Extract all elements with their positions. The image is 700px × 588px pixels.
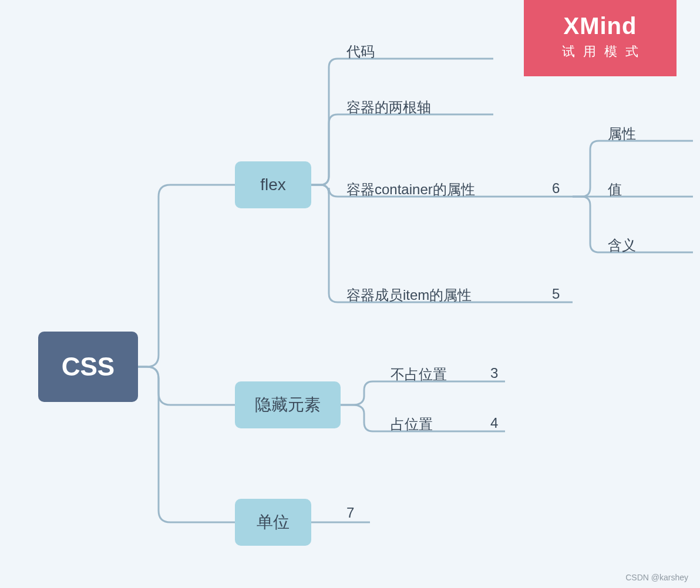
leaf-attr[interactable]: 属性 [608, 124, 636, 143]
leaf-occupy-count: 4 [490, 415, 498, 431]
leaf-no-occupy-count: 3 [490, 365, 498, 381]
watermark-brand: XMind [524, 13, 677, 39]
topic-hide-label: 隐藏元素 [255, 394, 321, 416]
leaf-value[interactable]: 值 [608, 180, 622, 199]
leaf-code[interactable]: 代码 [346, 42, 375, 61]
leaf-item-count: 5 [552, 286, 560, 302]
mindmap-canvas: { "watermark":{"brand":"XMind","mode":"试… [0, 0, 700, 588]
leaf-no-occupy[interactable]: 不占位置 [391, 365, 447, 384]
leaf-meaning[interactable]: 含义 [608, 236, 636, 255]
topic-hide-element[interactable]: 隐藏元素 [235, 381, 341, 428]
leaf-axes[interactable]: 容器的两根轴 [346, 98, 431, 117]
leaf-occupy[interactable]: 占位置 [391, 415, 433, 434]
credit-text: CSDN @karshey [625, 573, 688, 582]
topic-unit[interactable]: 单位 [235, 499, 311, 546]
watermark-mode: 试用模式 [524, 43, 677, 60]
topic-flex[interactable]: flex [235, 161, 311, 208]
topic-flex-label: flex [260, 175, 286, 194]
leaf-container-count: 6 [552, 180, 560, 197]
topic-unit-label: 单位 [257, 511, 290, 533]
watermark-badge: XMind 试用模式 [524, 0, 677, 76]
root-node-css[interactable]: CSS [38, 332, 138, 402]
leaf-container[interactable]: 容器container的属性 [346, 180, 475, 199]
leaf-item[interactable]: 容器成员item的属性 [346, 286, 472, 305]
topic-unit-count: 7 [346, 505, 354, 521]
root-label: CSS [62, 352, 115, 381]
